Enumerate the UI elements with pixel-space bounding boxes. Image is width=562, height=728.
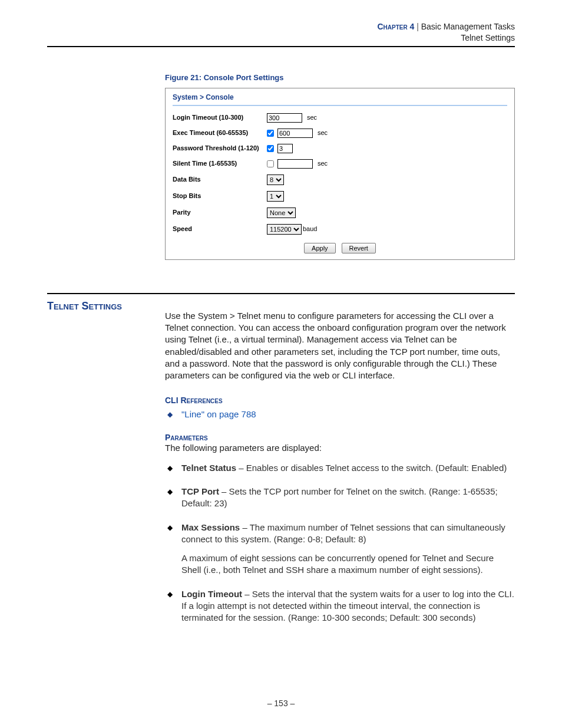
exec-timeout-checkbox[interactable] <box>267 130 274 137</box>
row-exec-timeout: Exec Timeout (60-65535) sec <box>173 129 507 138</box>
revert-button[interactable]: Revert <box>342 243 376 253</box>
parameters-heading: Parameters <box>165 433 515 442</box>
param-max-sessions-name: Max Sessions <box>181 522 240 532</box>
silent-time-input[interactable] <box>277 159 313 169</box>
row-speed: Speed 115200 baud <box>173 224 507 235</box>
row-parity: Parity None <box>173 207 507 218</box>
param-login-timeout-name: Login Timeout <box>181 589 242 599</box>
speed-label: Speed <box>173 226 267 232</box>
apply-button[interactable]: Apply <box>304 243 336 253</box>
param-tcp-port-name: TCP Port <box>181 486 219 496</box>
header-subtitle: Telnet Settings <box>461 33 515 42</box>
header-title: Basic Management Tasks <box>421 22 515 31</box>
param-telnet-status: Telnet Status – Enables or disables Teln… <box>165 462 515 474</box>
row-login-timeout: Login Timeout (10-300) sec <box>173 113 507 123</box>
breadcrumb-underline <box>173 105 507 106</box>
password-threshold-checkbox[interactable] <box>267 145 274 152</box>
param-telnet-status-name: Telnet Status <box>181 463 236 473</box>
cli-ref-item: "Line" on page 788 <box>165 409 515 420</box>
data-bits-select[interactable]: 8 <box>267 174 284 185</box>
password-threshold-label: Password Threshold (1-120) <box>173 145 267 151</box>
parity-select[interactable]: None <box>267 207 296 218</box>
cli-references-heading: CLI References <box>165 396 515 405</box>
figure-button-row: Apply Revert <box>173 243 507 253</box>
login-timeout-unit: sec <box>307 114 317 121</box>
breadcrumb: System > Console <box>173 93 507 105</box>
speed-select[interactable]: 115200 <box>267 224 302 235</box>
param-tcp-port-text: – Sets the TCP port number for Telnet on… <box>181 486 498 508</box>
header-divider: | <box>414 22 421 31</box>
stop-bits-select[interactable]: 1 <box>267 191 284 202</box>
section-intro: Use the System > Telnet menu to configur… <box>165 310 515 382</box>
chapter-label: Chapter 4 <box>377 22 414 31</box>
page-number: – 153 – <box>0 699 562 708</box>
login-timeout-label: Login Timeout (10-300) <box>173 114 267 121</box>
password-threshold-input[interactable] <box>277 144 293 153</box>
param-login-timeout: Login Timeout – Sets the interval that t… <box>165 588 515 624</box>
row-password-threshold: Password Threshold (1-120) <box>173 144 507 153</box>
row-data-bits: Data Bits 8 <box>173 174 507 185</box>
console-settings-panel: System > Console Login Timeout (10-300) … <box>165 88 515 260</box>
row-silent-time: Silent Time (1-65535) sec <box>173 159 507 169</box>
section-title: Telnet Settings <box>47 300 165 312</box>
silent-time-checkbox[interactable] <box>267 160 274 167</box>
exec-timeout-input[interactable] <box>277 129 313 138</box>
param-tcp-port: TCP Port – Sets the TCP port number for … <box>165 486 515 510</box>
stop-bits-label: Stop Bits <box>173 193 267 199</box>
login-timeout-input[interactable] <box>267 113 302 123</box>
header-rule <box>47 46 515 47</box>
exec-timeout-unit: sec <box>318 130 328 136</box>
silent-time-unit: sec <box>318 160 328 167</box>
figure-caption: Figure 21: Console Port Settings <box>165 73 515 82</box>
parity-label: Parity <box>173 209 267 216</box>
exec-timeout-label: Exec Timeout (60-65535) <box>173 130 267 136</box>
speed-unit: baud <box>303 226 317 232</box>
cli-ref-link[interactable]: "Line" on page 788 <box>181 409 256 419</box>
param-max-sessions-extra: A maximum of eight sessions can be concu… <box>181 552 515 577</box>
param-max-sessions: Max Sessions – The maximum number of Tel… <box>165 522 515 577</box>
data-bits-label: Data Bits <box>173 176 267 183</box>
section-rule <box>47 293 515 294</box>
page-header: Chapter 4 | Basic Management Tasks Telne… <box>47 21 515 44</box>
row-stop-bits: Stop Bits 1 <box>173 191 507 202</box>
parameters-intro: The following parameters are displayed: <box>165 442 515 454</box>
silent-time-label: Silent Time (1-65535) <box>173 160 267 167</box>
param-telnet-status-text: – Enables or disables Telnet access to t… <box>236 463 507 473</box>
